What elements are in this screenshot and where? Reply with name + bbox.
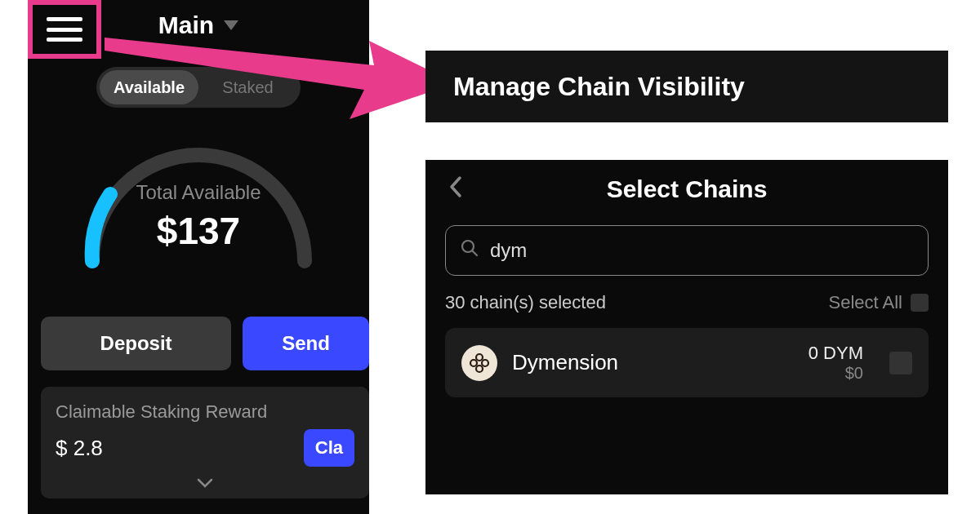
select-chains-panel: Select Chains 30 chain(s) selected Selec… <box>425 160 948 494</box>
select-chains-title: Select Chains <box>607 175 768 203</box>
deposit-button[interactable]: Deposit <box>41 317 231 370</box>
select-all-control[interactable]: Select All <box>829 292 929 313</box>
expand-chevron-icon[interactable] <box>56 475 354 492</box>
selection-summary-row: 30 chain(s) selected Select All <box>445 292 929 313</box>
chain-token-amount: 0 DYM <box>808 343 863 364</box>
dymension-chain-icon <box>461 345 497 381</box>
tab-available[interactable]: Available <box>100 70 198 104</box>
claim-button[interactable]: Cla <box>304 429 354 467</box>
select-all-label: Select All <box>829 292 903 313</box>
wallet-main-panel: Main Available Staked Total Available $1… <box>28 0 369 514</box>
total-available-value: $137 <box>28 209 369 253</box>
balance-segmented-control: Available Staked <box>96 67 301 108</box>
svg-line-2 <box>473 251 478 256</box>
chain-search-box[interactable] <box>445 225 929 276</box>
total-available-label: Total Available <box>28 181 369 204</box>
chain-name: Dymension <box>512 350 794 375</box>
selected-count: 30 chain(s) selected <box>445 292 606 313</box>
svg-point-3 <box>476 354 483 361</box>
svg-point-4 <box>470 360 477 366</box>
chain-balance: 0 DYM $0 <box>808 343 863 383</box>
action-button-row: Deposit Send <box>41 317 369 370</box>
manage-chain-visibility-bar[interactable]: Manage Chain Visibility <box>425 51 948 122</box>
send-button[interactable]: Send <box>243 317 369 370</box>
search-icon <box>461 239 479 262</box>
chevron-down-icon <box>224 20 238 30</box>
chain-checkbox[interactable] <box>889 352 912 374</box>
account-dropdown[interactable]: Main <box>28 11 369 39</box>
reward-amount: $ 2.8 <box>56 436 103 461</box>
balance-gauge-area: Total Available $137 <box>28 122 369 273</box>
select-chains-header: Select Chains <box>445 171 929 207</box>
chain-row-dymension[interactable]: Dymension 0 DYM $0 <box>445 328 929 397</box>
back-button[interactable] <box>448 175 463 205</box>
account-name: Main <box>158 11 214 39</box>
reward-label: Claimable Staking Reward <box>56 401 354 423</box>
svg-point-5 <box>482 360 488 366</box>
select-all-checkbox[interactable] <box>911 294 929 312</box>
manage-chain-visibility-label: Manage Chain Visibility <box>453 72 745 102</box>
tab-staked[interactable]: Staked <box>198 70 297 104</box>
svg-point-6 <box>476 366 483 372</box>
staking-reward-card: Claimable Staking Reward $ 2.8 Cla <box>41 387 369 498</box>
chain-usd-amount: $0 <box>808 364 863 383</box>
chain-search-input[interactable] <box>490 239 913 262</box>
